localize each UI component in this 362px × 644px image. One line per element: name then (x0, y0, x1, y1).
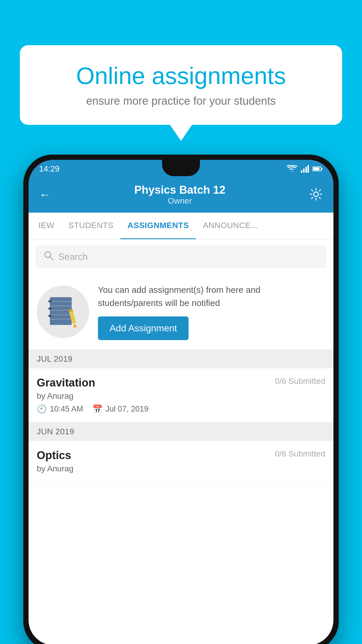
search-box[interactable]: Search (36, 245, 326, 268)
assignment-date-gravitation: 📅 Jul 07, 2019 (92, 404, 148, 414)
tabs-bar: IEW STUDENTS ASSIGNMENTS ANNOUNCE... (29, 213, 333, 239)
header-center: Physics Batch 12 Owner (51, 184, 309, 206)
speech-bubble-container: Online assignments ensure more practice … (20, 45, 342, 125)
assignment-by-gravitation: by Anurag (37, 391, 325, 401)
status-time: 14:29 (39, 164, 59, 174)
notebook-icon (48, 296, 78, 328)
phone-inner: 14:29 (29, 160, 333, 644)
svg-rect-0 (301, 170, 302, 173)
phone-frame: 14:29 (23, 155, 339, 644)
signal-icon (301, 165, 309, 173)
clock-icon: 🕙 (37, 404, 47, 414)
header-title: Physics Batch 12 (51, 184, 309, 196)
assignment-name-gravitation: Gravitation (37, 377, 95, 389)
tab-students[interactable]: STUDENTS (61, 213, 120, 239)
promo-icon-circle (37, 286, 89, 338)
calendar-icon: 📅 (92, 404, 103, 414)
battery-icon (312, 166, 323, 172)
svg-rect-6 (313, 167, 319, 170)
tab-announcements[interactable]: ANNOUNCE... (196, 213, 265, 239)
assignment-submitted-optics: 0/6 Submitted (275, 449, 325, 459)
status-icons (287, 165, 323, 173)
search-placeholder: Search (58, 251, 88, 262)
add-assignment-button[interactable]: Add Assignment (98, 316, 189, 340)
assignment-submitted-gravitation: 0/6 Submitted (275, 377, 325, 386)
promo-content: You can add assignment(s) from here and … (98, 283, 325, 340)
assignment-optics-row-top: Optics 0/6 Submitted (37, 449, 325, 462)
svg-line-9 (50, 257, 53, 260)
svg-point-7 (314, 192, 318, 197)
svg-rect-17 (48, 307, 52, 310)
notch (162, 160, 200, 176)
tab-assignments[interactable]: ASSIGNMENTS (120, 213, 196, 239)
promo-text: You can add assignment(s) from here and … (98, 283, 325, 309)
status-bar: 14:29 (29, 160, 333, 178)
app-header: ← Physics Batch 12 Owner (29, 178, 333, 213)
svg-rect-5 (321, 168, 322, 170)
svg-rect-18 (48, 315, 52, 317)
svg-rect-1 (303, 169, 305, 173)
assignment-name-optics: Optics (37, 449, 71, 462)
assignment-optics[interactable]: Optics 0/6 Submitted by Anurag (29, 441, 333, 485)
gear-button[interactable] (309, 187, 323, 202)
svg-rect-2 (305, 167, 307, 173)
gear-icon (309, 187, 323, 201)
section-jul-2019: JUL 2019 (29, 350, 333, 368)
assignment-row-top: Gravitation 0/6 Submitted (37, 377, 325, 389)
svg-rect-3 (307, 165, 309, 173)
assignment-by-optics: by Anurag (37, 464, 325, 473)
wifi-icon (287, 165, 297, 173)
assignment-meta-gravitation: 🕙 10:45 AM 📅 Jul 07, 2019 (37, 404, 325, 414)
add-assignment-promo: You can add assignment(s) from here and … (29, 274, 333, 350)
bubble-title: Online assignments (40, 63, 322, 89)
bubble-subtitle: ensure more practice for your students (40, 95, 322, 107)
search-icon (44, 251, 54, 263)
speech-bubble: Online assignments ensure more practice … (20, 45, 342, 125)
assignment-gravitation[interactable]: Gravitation 0/6 Submitted by Anurag 🕙 10… (29, 368, 333, 422)
section-jun-2019: JUN 2019 (29, 422, 333, 441)
header-subtitle: Owner (51, 196, 309, 206)
search-container: Search (29, 239, 333, 274)
assignment-time-gravitation: 🕙 10:45 AM (37, 404, 83, 414)
back-button[interactable]: ← (39, 188, 51, 201)
svg-rect-16 (48, 300, 52, 302)
tab-iew[interactable]: IEW (31, 213, 61, 239)
svg-marker-20 (73, 323, 77, 328)
